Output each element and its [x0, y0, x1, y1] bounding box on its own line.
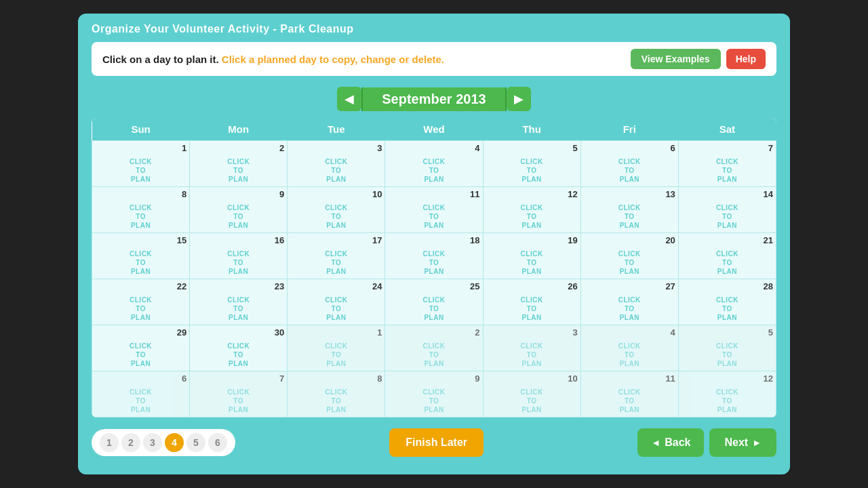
- click-to-plan-label: CLICKTOPLAN: [388, 342, 479, 368]
- click-to-plan-label: CLICKTOPLAN: [193, 342, 284, 368]
- calendar-day[interactable]: 29CLICKTOPLAN: [92, 325, 190, 371]
- click-to-plan-label: CLICKTOPLAN: [388, 388, 479, 414]
- calendar-day[interactable]: 6CLICKTOPLAN: [580, 141, 678, 187]
- day-number: 11: [584, 373, 675, 384]
- back-button[interactable]: Back: [637, 428, 704, 457]
- click-to-plan-label: CLICKTOPLAN: [584, 296, 675, 322]
- click-to-plan-label: CLICKTOPLAN: [290, 296, 382, 322]
- prev-month-button[interactable]: ◀: [337, 87, 361, 111]
- page-title: Organize Your Volunteer Activity - Park …: [92, 23, 776, 35]
- step-2[interactable]: 2: [121, 433, 140, 452]
- step-3[interactable]: 3: [143, 433, 162, 452]
- day-number: 3: [290, 143, 382, 153]
- day-number: 28: [682, 281, 773, 291]
- finish-later-button[interactable]: Finish Later: [389, 428, 484, 457]
- click-to-plan-label: CLICKTOPLAN: [584, 157, 675, 184]
- calendar-week-2: 8CLICKTOPLAN9CLICKTOPLAN10CLICKTOPLAN11C…: [92, 187, 776, 233]
- calendar-nav: ◀ September 2013 ▶: [92, 87, 776, 111]
- click-to-plan-label: CLICKTOPLAN: [584, 388, 675, 414]
- calendar-day[interactable]: 7CLICKTOPLAN: [678, 141, 776, 187]
- calendar-day[interactable]: 23CLICKTOPLAN: [190, 279, 288, 325]
- calendar-day[interactable]: 20CLICKTOPLAN: [580, 233, 678, 279]
- calendar-week-4: 22CLICKTOPLAN23CLICKTOPLAN24CLICKTOPLAN2…: [92, 279, 776, 325]
- day-number: 10: [486, 373, 578, 384]
- calendar-day[interactable]: 24CLICKTOPLAN: [288, 279, 385, 325]
- calendar-day[interactable]: 12CLICKTOPLAN: [483, 187, 580, 233]
- step-4[interactable]: 4: [165, 433, 184, 452]
- day-number: 18: [388, 235, 479, 245]
- calendar-day[interactable]: 26CLICKTOPLAN: [483, 279, 580, 325]
- calendar-day[interactable]: 30CLICKTOPLAN: [190, 325, 288, 371]
- calendar-day[interactable]: 10CLICKTOPLAN: [483, 371, 580, 418]
- calendar-day[interactable]: 10CLICKTOPLAN: [288, 187, 385, 233]
- day-number: 26: [486, 281, 578, 291]
- calendar-day[interactable]: 8CLICKTOPLAN: [288, 371, 385, 418]
- calendar-day[interactable]: 16CLICKTOPLAN: [190, 233, 288, 279]
- calendar-day[interactable]: 28CLICKTOPLAN: [678, 279, 776, 325]
- calendar-day[interactable]: 2CLICKTOPLAN: [385, 325, 483, 371]
- click-to-plan-label: CLICKTOPLAN: [584, 203, 675, 230]
- calendar-day[interactable]: 5CLICKTOPLAN: [483, 141, 580, 187]
- calendar-day[interactable]: 9CLICKTOPLAN: [190, 187, 288, 233]
- click-to-plan-label: CLICKTOPLAN: [95, 203, 186, 230]
- calendar-day[interactable]: 3CLICKTOPLAN: [483, 325, 580, 371]
- step-6[interactable]: 6: [208, 433, 227, 452]
- calendar-day[interactable]: 19CLICKTOPLAN: [483, 233, 580, 279]
- next-button[interactable]: Next: [709, 428, 776, 457]
- calendar-day[interactable]: 11CLICKTOPLAN: [580, 371, 678, 418]
- calendar-week-1: 1CLICKTOPLAN2CLICKTOPLAN3CLICKTOPLAN4CLI…: [92, 141, 776, 187]
- calendar-day[interactable]: 18CLICKTOPLAN: [385, 233, 483, 279]
- click-to-plan-label: CLICKTOPLAN: [486, 203, 578, 230]
- calendar-day[interactable]: 4CLICKTOPLAN: [385, 141, 483, 187]
- next-month-button[interactable]: ▶: [507, 87, 531, 111]
- click-to-plan-label: CLICKTOPLAN: [193, 249, 284, 276]
- day-number: 3: [486, 327, 578, 338]
- day-number: 5: [682, 327, 773, 338]
- click-to-plan-label: CLICKTOPLAN: [388, 296, 479, 322]
- calendar-day[interactable]: 21CLICKTOPLAN: [678, 233, 776, 279]
- calendar-day[interactable]: 2CLICKTOPLAN: [190, 141, 288, 187]
- calendar-day[interactable]: 12CLICKTOPLAN: [678, 371, 776, 418]
- view-examples-button[interactable]: View Examples: [631, 49, 721, 69]
- calendar-day[interactable]: 15CLICKTOPLAN: [92, 233, 190, 279]
- day-number: 10: [290, 189, 382, 199]
- click-to-plan-label: CLICKTOPLAN: [95, 296, 186, 322]
- click-to-plan-label: CLICKTOPLAN: [95, 249, 186, 276]
- calendar-day[interactable]: 6CLICKTOPLAN: [92, 371, 190, 418]
- click-to-plan-label: CLICKTOPLAN: [95, 388, 186, 414]
- step-5[interactable]: 5: [186, 433, 205, 452]
- click-to-plan-label: CLICKTOPLAN: [486, 249, 578, 276]
- calendar-day[interactable]: 8CLICKTOPLAN: [92, 187, 190, 233]
- day-number: 25: [388, 281, 479, 291]
- calendar-day[interactable]: 1CLICKTOPLAN: [288, 325, 385, 371]
- click-to-plan-label: CLICKTOPLAN: [486, 157, 578, 184]
- instruction-bar: Click on a day to plan it. Click a plann…: [92, 42, 776, 76]
- day-header-wed: Wed: [385, 118, 483, 141]
- calendar-day[interactable]: 14CLICKTOPLAN: [678, 187, 776, 233]
- help-button[interactable]: Help: [726, 49, 766, 69]
- click-to-plan-label: CLICKTOPLAN: [682, 203, 773, 230]
- day-number: 11: [388, 189, 479, 199]
- calendar-day[interactable]: 9CLICKTOPLAN: [385, 371, 483, 418]
- calendar-day[interactable]: 27CLICKTOPLAN: [580, 279, 678, 325]
- calendar-day[interactable]: 4CLICKTOPLAN: [580, 325, 678, 371]
- calendar-day[interactable]: 3CLICKTOPLAN: [288, 141, 385, 187]
- click-to-plan-label: CLICKTOPLAN: [682, 249, 773, 276]
- day-number: 7: [682, 143, 773, 153]
- calendar-day[interactable]: 5CLICKTOPLAN: [678, 325, 776, 371]
- calendar-day[interactable]: 25CLICKTOPLAN: [385, 279, 483, 325]
- day-number: 6: [584, 143, 675, 153]
- calendar-day[interactable]: 7CLICKTOPLAN: [190, 371, 288, 418]
- day-number: 4: [584, 327, 675, 338]
- calendar-day[interactable]: 17CLICKTOPLAN: [288, 233, 385, 279]
- day-number: 1: [95, 143, 186, 153]
- footer-nav: Back Next: [637, 428, 776, 457]
- calendar-day[interactable]: 13CLICKTOPLAN: [580, 187, 678, 233]
- day-number: 5: [486, 143, 578, 153]
- calendar-day[interactable]: 1CLICKTOPLAN: [92, 141, 190, 187]
- calendar-day[interactable]: 22CLICKTOPLAN: [92, 279, 190, 325]
- calendar-week-5: 29CLICKTOPLAN30CLICKTOPLAN1CLICKTOPLAN2C…: [92, 325, 776, 371]
- instruction-dynamic: Click a planned day to copy, change or d…: [219, 54, 444, 65]
- calendar-day[interactable]: 11CLICKTOPLAN: [385, 187, 483, 233]
- step-1[interactable]: 1: [100, 433, 119, 452]
